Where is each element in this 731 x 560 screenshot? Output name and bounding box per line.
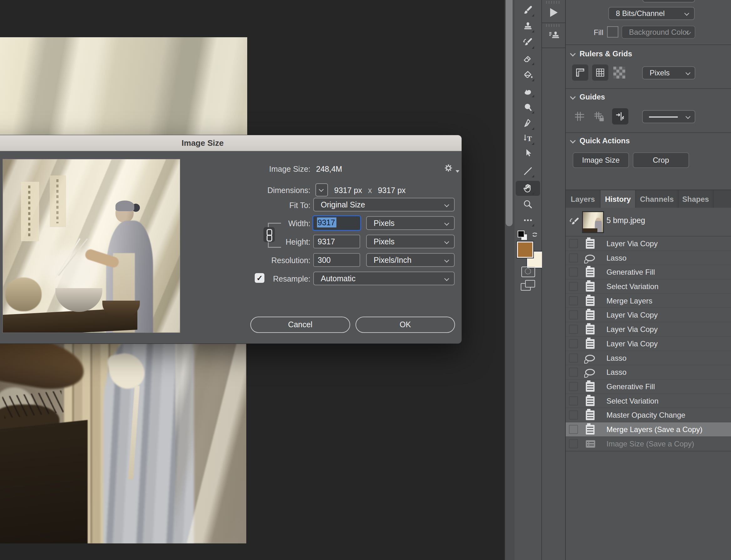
quick-action-image-size-button[interactable]: Image Size bbox=[573, 152, 629, 168]
history-entry[interactable]: Merge Layers bbox=[566, 294, 731, 308]
history-source-checkbox[interactable] bbox=[569, 354, 578, 363]
history-source-checkbox[interactable] bbox=[569, 239, 578, 248]
history-entry[interactable]: Select Variation bbox=[566, 394, 731, 408]
width-input[interactable]: 9317 bbox=[313, 216, 360, 230]
history-entry[interactable]: Lasso bbox=[566, 351, 731, 365]
rulers-grids-collapse-icon[interactable] bbox=[570, 51, 575, 56]
history-snapshot-row[interactable]: 5 bmp.jpeg bbox=[566, 208, 731, 236]
document-canvas-top[interactable] bbox=[0, 37, 247, 135]
history-entry[interactable]: Generative Fill bbox=[566, 379, 731, 394]
snapshot-thumbnail[interactable] bbox=[582, 211, 604, 233]
transparency-toggle-button[interactable] bbox=[613, 67, 625, 79]
fill-swatch[interactable] bbox=[607, 26, 618, 38]
grid-toggle-button[interactable] bbox=[592, 64, 608, 81]
rulers-toggle-button[interactable] bbox=[572, 64, 588, 81]
history-entry[interactable]: Layer Via Copy bbox=[566, 322, 731, 337]
document-icon bbox=[586, 282, 595, 292]
gear-menu-arrow-icon bbox=[456, 170, 459, 173]
canvas-scrollbar[interactable] bbox=[504, 0, 515, 560]
tab-shapes[interactable]: Shapes bbox=[678, 190, 713, 208]
thumbnail-table bbox=[583, 228, 597, 233]
history-entry[interactable]: Layer Via Copy bbox=[566, 337, 731, 351]
history-source-checkbox[interactable] bbox=[569, 410, 578, 420]
history-source-checkbox[interactable] bbox=[569, 425, 578, 434]
history-entry-label: Lasso bbox=[606, 351, 626, 365]
path-select-tool-icon[interactable] bbox=[522, 148, 534, 159]
history-source-checkbox[interactable] bbox=[569, 339, 578, 348]
dimensions-disclosure[interactable] bbox=[315, 183, 328, 196]
vertical-type-tool-icon[interactable]: T bbox=[522, 133, 534, 144]
history-entry[interactable]: Master Opacity Change bbox=[566, 408, 731, 422]
history-source-checkbox[interactable] bbox=[569, 382, 578, 391]
svg-text:T: T bbox=[527, 135, 532, 143]
actions-panel-button[interactable] bbox=[542, 0, 565, 23]
eraser-tool-icon[interactable] bbox=[522, 53, 534, 64]
document-canvas-bottom[interactable] bbox=[0, 344, 246, 543]
history-source-checkbox[interactable] bbox=[569, 267, 578, 277]
foreground-color-swatch[interactable] bbox=[517, 242, 533, 258]
history-entry[interactable]: Layer Via Copy bbox=[566, 308, 731, 322]
show-guides-button[interactable] bbox=[573, 110, 586, 123]
tab-channels[interactable]: Channels bbox=[636, 190, 678, 208]
default-colors-icon[interactable] bbox=[518, 231, 524, 237]
bit-depth-select[interactable]: 8 Bits/Channel bbox=[608, 7, 695, 20]
quick-action-crop-button[interactable]: Crop bbox=[633, 152, 689, 168]
resolution-input[interactable]: 300 bbox=[313, 253, 360, 267]
history-entry[interactable]: Layer Via Copy bbox=[566, 237, 731, 251]
brush-tool-icon[interactable] bbox=[522, 5, 534, 16]
line-tool-icon[interactable] bbox=[522, 165, 534, 177]
smudge-tool-icon[interactable] bbox=[522, 85, 534, 97]
tab-history[interactable]: History bbox=[601, 190, 636, 210]
history-brush-tool-icon[interactable] bbox=[522, 37, 534, 48]
color-mode-select-partial[interactable] bbox=[642, 0, 695, 3]
fit-to-select[interactable]: Original Size bbox=[313, 198, 455, 211]
lock-guides-button[interactable] bbox=[593, 110, 605, 123]
history-source-checkbox[interactable] bbox=[569, 282, 578, 291]
image-preview[interactable] bbox=[3, 159, 180, 333]
guides-collapse-icon[interactable] bbox=[570, 94, 575, 99]
history-entry[interactable]: Lasso bbox=[566, 365, 731, 379]
history-source-checkbox[interactable] bbox=[569, 310, 578, 319]
document-icon bbox=[586, 267, 595, 277]
history-source-checkbox[interactable] bbox=[569, 296, 578, 305]
history-entry[interactable]: Lasso bbox=[566, 251, 731, 265]
resolution-label: Resolution: bbox=[217, 256, 310, 265]
history-source-checkbox[interactable] bbox=[569, 368, 578, 377]
history-source-checkbox[interactable] bbox=[569, 325, 578, 334]
swap-colors-icon[interactable] bbox=[529, 230, 540, 241]
snap-toggle-button[interactable] bbox=[612, 108, 628, 125]
history-entry-label: Merge Layers bbox=[606, 294, 652, 308]
resolution-unit-select[interactable]: Pixels/Inch bbox=[366, 253, 455, 267]
history-source-checkbox[interactable] bbox=[569, 396, 578, 405]
paint-bucket-tool-icon[interactable] bbox=[522, 69, 534, 81]
history-entry-disabled[interactable]: Image Size (Save a Copy) bbox=[566, 437, 731, 451]
dodge-tool-icon[interactable] bbox=[522, 102, 534, 113]
dialog-titlebar[interactable]: Image Size bbox=[0, 135, 462, 151]
height-input[interactable]: 9317 bbox=[313, 235, 360, 248]
ruler-units-value: Pixels bbox=[650, 69, 670, 77]
checkerboard-icon bbox=[613, 67, 625, 79]
history-source-checkbox[interactable] bbox=[569, 253, 578, 262]
dialog-options-gear-icon[interactable] bbox=[442, 162, 454, 174]
cancel-button[interactable]: Cancel bbox=[250, 317, 350, 333]
tab-layers[interactable]: Layers bbox=[566, 190, 601, 208]
history-entry[interactable]: Select Variation bbox=[566, 279, 731, 294]
quick-actions-collapse-icon[interactable] bbox=[570, 138, 575, 143]
history-entry-selected[interactable]: Merge Layers (Save a Copy) bbox=[566, 422, 731, 437]
history-entry-label: Select Variation bbox=[606, 279, 658, 293]
hand-tool-icon[interactable] bbox=[522, 183, 534, 194]
fill-contents-select[interactable]: Background Color bbox=[621, 26, 695, 39]
history-entry[interactable]: Generative Fill bbox=[566, 265, 731, 279]
quick-mask-icon[interactable] bbox=[521, 267, 535, 277]
pen-tool-icon[interactable] bbox=[522, 118, 534, 129]
ok-button[interactable]: OK bbox=[355, 317, 455, 333]
width-unit-select[interactable]: Pixels bbox=[366, 216, 455, 230]
document-icon bbox=[586, 310, 595, 320]
guide-style-select[interactable] bbox=[642, 110, 695, 123]
more-tools-icon[interactable] bbox=[522, 215, 534, 226]
ruler-units-select[interactable]: Pixels bbox=[642, 66, 695, 79]
resample-select[interactable]: Automatic bbox=[313, 272, 455, 285]
history-source-checkbox[interactable] bbox=[569, 439, 578, 448]
zoom-tool-icon[interactable] bbox=[522, 199, 534, 210]
height-unit-select[interactable]: Pixels bbox=[366, 235, 455, 248]
